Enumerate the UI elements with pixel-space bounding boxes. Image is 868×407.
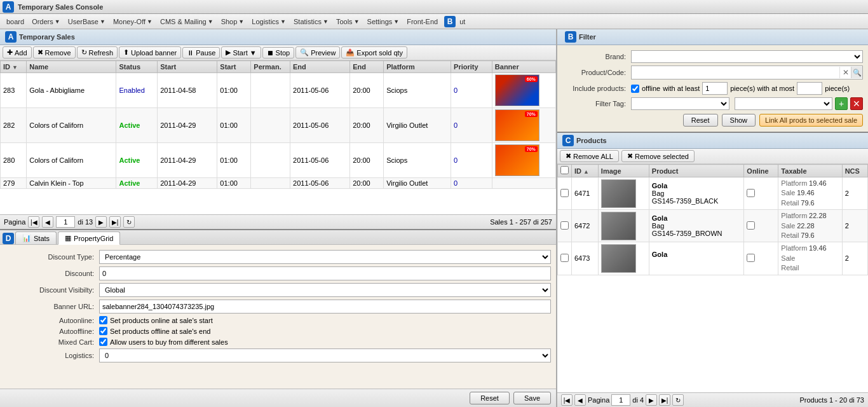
logistics-select[interactable]: 0	[99, 348, 551, 362]
menu-item-settings[interactable]: Settings ▼	[363, 17, 403, 27]
menu-item-board[interactable]: board	[3, 17, 28, 27]
discount-type-select[interactable]: Percentage	[99, 250, 551, 264]
table-row[interactable]: 282 Colors of Californ Active 2011-04-29…	[1, 108, 556, 143]
max-pieces-input[interactable]	[797, 82, 822, 95]
row-checkbox[interactable]	[560, 221, 569, 230]
filter-show-button[interactable]: Show	[722, 114, 756, 127]
search-icon[interactable]: 🔍	[851, 67, 862, 78]
col-header-taxable[interactable]: Taxable	[778, 165, 842, 177]
menu-item-ut[interactable]: ut	[456, 17, 469, 27]
save-button[interactable]: Save	[513, 392, 551, 404]
upload-banner-button[interactable]: ⬆ Upload banner	[119, 46, 181, 59]
col-header-image[interactable]: Image	[598, 165, 649, 177]
min-pieces-input[interactable]	[702, 82, 728, 95]
menu-item-logistics[interactable]: Logistics ▼	[248, 17, 290, 27]
menu-item-userbase[interactable]: UserBase ▼	[64, 17, 109, 27]
table-row[interactable]: 280 Colors of Californ Active 2011-04-29…	[1, 143, 556, 178]
products-table-container[interactable]: ID ▲ Image Product Online Taxable NCS 64…	[557, 164, 868, 392]
filter-add-button[interactable]: +	[835, 97, 848, 110]
reload-page-button[interactable]: ↻	[123, 216, 135, 228]
discount-input[interactable]	[99, 266, 551, 280]
col-header-end-date[interactable]: End	[290, 61, 350, 73]
remove-all-button[interactable]: ✖ Remove ALL	[560, 150, 619, 162]
product-code-input[interactable]	[632, 66, 839, 79]
menu-item-moneyoff[interactable]: Money-Off ▼	[109, 17, 156, 27]
col-header-perm[interactable]: Perman.	[251, 61, 290, 73]
col-header-name[interactable]: Name	[27, 61, 116, 73]
col-header-platform[interactable]: Platform	[384, 61, 451, 73]
banner-url-input[interactable]	[99, 300, 551, 314]
col-header-ncs[interactable]: NCS	[842, 165, 867, 177]
menu-item-tools[interactable]: Tools ▼	[332, 17, 363, 27]
menu-item-frontend[interactable]: Front-End	[403, 17, 442, 27]
pause-button[interactable]: ⏸ Pause	[182, 47, 220, 59]
menu-item-shop[interactable]: Shop ▼	[217, 17, 248, 27]
prod-first-page-button[interactable]: |◀	[561, 394, 573, 406]
col-header-status[interactable]: Status	[116, 61, 158, 73]
table-row[interactable]: 6473 Gola Platform 19.46 Sale Retail 2	[558, 242, 868, 275]
col-header-end-time[interactable]: End	[350, 61, 384, 73]
autooffline-checkbox[interactable]	[99, 327, 107, 335]
tab-stats[interactable]: 📊 Stats	[15, 231, 57, 244]
discount-visibility-select[interactable]: Global	[99, 283, 551, 297]
col-header-start-date[interactable]: Start	[158, 61, 217, 73]
first-page-button[interactable]: |◀	[28, 216, 39, 228]
row-checkbox[interactable]	[560, 254, 569, 262]
filter-reset-button[interactable]: Reset	[683, 114, 718, 127]
col-header-banner[interactable]: Banner	[492, 61, 555, 73]
cell-online[interactable]	[744, 177, 778, 210]
row-checkbox[interactable]	[560, 189, 569, 197]
table-row[interactable]: 6471 Gola Bag GS145-7359_BLACK Platform …	[558, 177, 868, 210]
online-checkbox[interactable]	[747, 221, 755, 230]
col-header-online[interactable]: Online	[744, 165, 778, 177]
filter-tag-select-2[interactable]	[735, 97, 833, 110]
last-page-button[interactable]: ▶|	[109, 216, 121, 228]
table-row[interactable]: 6472 Gola Bag GS145-7359_BROWN Platform …	[558, 210, 868, 242]
col-header-id[interactable]: ID ▼	[1, 61, 27, 73]
cell-online[interactable]	[744, 210, 778, 242]
clear-icon[interactable]: ✕	[839, 67, 851, 78]
prev-page-button[interactable]: ◀	[42, 216, 53, 228]
start-button[interactable]: ▶ Start ▼	[221, 46, 261, 59]
next-page-button[interactable]: ▶	[95, 216, 107, 228]
brand-select[interactable]	[631, 50, 863, 63]
menu-item-cms[interactable]: CMS & Mailing ▼	[156, 17, 217, 27]
table-row[interactable]: 283 Gola - Abbigliame Enabled 2011-04-58…	[1, 73, 556, 108]
add-button[interactable]: ✚ Add	[3, 46, 32, 59]
export-button[interactable]: 📤 Export sold qty	[341, 46, 407, 59]
col-header-prod-id[interactable]: ID ▲	[572, 165, 599, 177]
cell-online[interactable]	[744, 242, 778, 275]
mixed-cart-checkbox[interactable]	[99, 338, 107, 346]
autoonline-checkbox[interactable]	[99, 316, 107, 324]
cell-checkbox[interactable]	[558, 210, 572, 242]
prod-page-number-input[interactable]	[611, 394, 630, 406]
sales-table-container[interactable]: ID ▼ Name Status Start Start Perman. End…	[0, 60, 556, 214]
online-checkbox[interactable]	[747, 254, 755, 262]
filter-remove-button[interactable]: ✕	[850, 97, 863, 110]
page-number-input[interactable]	[56, 216, 75, 228]
cell-checkbox[interactable]	[558, 242, 572, 275]
reset-button[interactable]: Reset	[470, 392, 510, 404]
refresh-button[interactable]: ↻ Refresh	[77, 46, 118, 59]
stop-button[interactable]: ⏹ Stop	[262, 47, 295, 59]
link-all-prods-button[interactable]: Link All prods to selected sale	[759, 114, 863, 127]
col-header-start-time[interactable]: Start	[217, 61, 251, 73]
menu-item-orders[interactable]: Orders ▼	[28, 17, 64, 27]
prod-prev-page-button[interactable]: ◀	[574, 394, 586, 406]
col-header-priority[interactable]: Priority	[451, 61, 492, 73]
filter-tag-select-1[interactable]	[631, 97, 729, 110]
offline-checkbox[interactable]	[631, 85, 639, 93]
prod-reload-button[interactable]: ↻	[672, 394, 684, 406]
cell-checkbox[interactable]	[558, 177, 572, 210]
select-all-checkbox[interactable]	[560, 166, 569, 174]
remove-selected-button[interactable]: ✖ Remove selected	[621, 150, 695, 162]
prod-next-page-button[interactable]: ▶	[646, 394, 657, 406]
col-header-product[interactable]: Product	[649, 165, 744, 177]
remove-button[interactable]: ✖ Remove	[33, 46, 76, 59]
table-row[interactable]: 279 Calvin Klein - Top Active 2011-04-29…	[1, 178, 556, 189]
menu-item-statistics[interactable]: Statistics ▼	[290, 17, 332, 27]
prod-last-page-button[interactable]: ▶|	[659, 394, 670, 406]
online-checkbox[interactable]	[747, 189, 755, 197]
preview-button[interactable]: 🔍 Preview	[295, 46, 340, 59]
tab-property-grid[interactable]: ▦ PropertyGrid	[58, 231, 120, 245]
